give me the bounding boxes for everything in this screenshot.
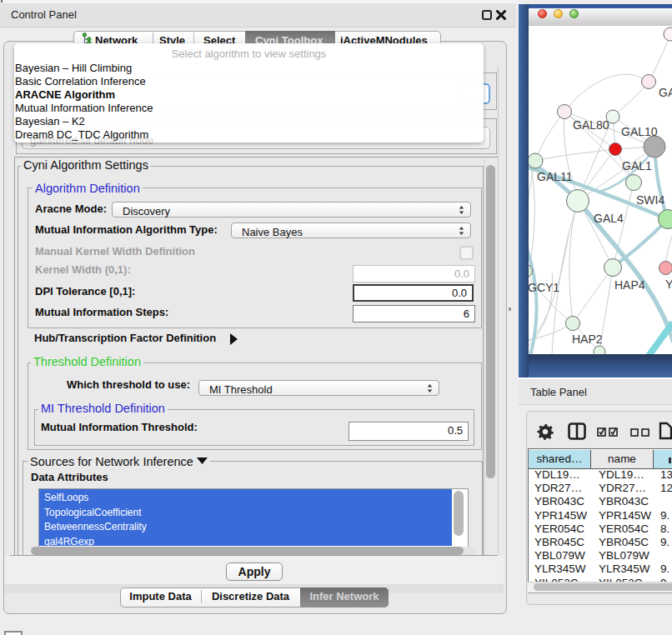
svg-text:GCY1: GCY1 — [529, 281, 559, 294]
svg-text:GAL10: GAL10 — [621, 125, 658, 138]
svg-text:GAL11: GAL11 — [537, 170, 573, 183]
svg-text:Y: Y — [665, 278, 672, 291]
svg-text:GAL1: GAL1 — [622, 159, 652, 172]
svg-text:HAP2: HAP2 — [572, 332, 603, 346]
svg-text:GAL: GAL — [659, 86, 672, 99]
svg-text:GAL80: GAL80 — [573, 118, 609, 132]
svg-text:SWI4: SWI4 — [636, 193, 664, 207]
svg-text:GAL4: GAL4 — [594, 212, 624, 225]
svg-text:HAP4: HAP4 — [614, 278, 645, 292]
